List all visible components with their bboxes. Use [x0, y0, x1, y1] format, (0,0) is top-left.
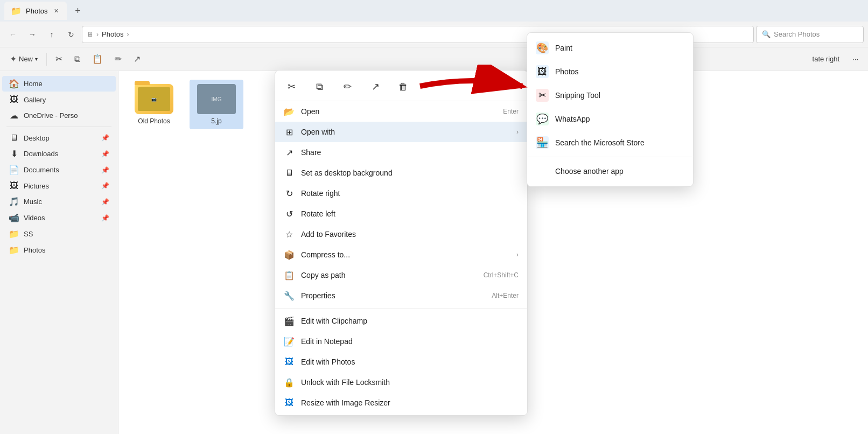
submenu-photos-label: Photos: [555, 67, 579, 76]
ctx-rotate-right-icon: ↻: [284, 188, 295, 199]
ctx-rotate-right[interactable]: ↻ Rotate right: [275, 183, 527, 204]
share-toolbar-button[interactable]: ↗: [128, 51, 146, 67]
up-button[interactable]: ↑: [43, 26, 60, 43]
ctx-separator-1: [275, 308, 527, 309]
toolbar-separator-1: [46, 53, 47, 66]
title-bar: 📁 Photos ✕ +: [0, 0, 868, 22]
ctx-copy-path[interactable]: 📋 Copy as path Ctrl+Shift+C: [275, 265, 527, 285]
ctx-edit-photos[interactable]: 🖼 Edit with Photos: [275, 352, 527, 372]
downloads-icon: ⬇: [9, 149, 19, 159]
ctx-open-shortcut: Enter: [503, 108, 519, 115]
ctx-locksmith-icon: 🔒: [284, 377, 295, 388]
sidebar-item-ss[interactable]: 📁 SS: [2, 226, 116, 242]
ctx-notepad[interactable]: 📝 Edit in Notepad: [275, 331, 527, 352]
pin-icon-documents: 📌: [101, 166, 109, 174]
ctx-rename-button[interactable]: ✏: [338, 77, 357, 96]
refresh-button[interactable]: ↻: [62, 26, 80, 43]
file-item-old-photos[interactable]: 📷 Old Photos: [127, 80, 181, 129]
submenu-paint[interactable]: 🎨 Paint: [527, 36, 693, 60]
submenu-store-label: Search the Microsoft Store: [555, 138, 645, 147]
search-box[interactable]: 🔍 Search Photos: [756, 26, 864, 43]
ctx-clipchamp[interactable]: 🎬 Edit with Clipchamp: [275, 311, 527, 331]
submenu-photos[interactable]: 🖼 Photos: [527, 60, 693, 83]
ctx-locksmith[interactable]: 🔒 Unlock with File Locksmith: [275, 372, 527, 393]
ctx-rotate-left-label: Rotate left: [301, 209, 335, 218]
sidebar-item-onedrive[interactable]: ☁ OneDrive - Perso: [2, 108, 116, 123]
more-icon: ···: [852, 55, 858, 63]
desktop-icon: 🖥: [9, 133, 19, 143]
sidebar: 🏠 Home 🖼 Gallery ☁ OneDrive - Perso 🖥 De…: [0, 71, 118, 434]
ctx-copy-path-label: Copy as path: [301, 271, 346, 279]
submenu-store[interactable]: 🏪 Search the Microsoft Store: [527, 131, 693, 155]
file-item-5jpg[interactable]: IMG 5.jp: [190, 80, 243, 129]
new-tab-button[interactable]: +: [70, 3, 85, 18]
toolbar-right: tate right ···: [807, 52, 864, 66]
back-button[interactable]: ←: [4, 26, 22, 43]
sidebar-item-home[interactable]: 🏠 Home: [2, 76, 116, 92]
paste-button[interactable]: 📋: [87, 51, 108, 67]
ctx-compress-label: Compress to...: [301, 250, 350, 259]
new-button[interactable]: ✦ New ▾: [4, 51, 43, 67]
store-icon: 🏪: [536, 136, 549, 149]
ctx-open-with[interactable]: ⊞ Open with ›: [275, 122, 527, 142]
cut-button[interactable]: ✂: [50, 51, 68, 67]
photos-app-icon: 🖼: [536, 65, 549, 78]
ctx-copy-path-shortcut: Ctrl+Shift+C: [484, 271, 519, 279]
sidebar-item-photos[interactable]: 📁 Photos: [2, 242, 116, 258]
ctx-copy-path-icon: 📋: [284, 270, 295, 281]
ctx-properties[interactable]: 🔧 Properties Alt+Enter: [275, 285, 527, 306]
ctx-properties-icon: 🔧: [284, 290, 295, 301]
sidebar-item-gallery[interactable]: 🖼 Gallery: [2, 92, 116, 107]
ctx-cut-button[interactable]: ✂: [282, 77, 301, 96]
gallery-icon: 🖼: [9, 95, 19, 104]
submenu-whatsapp[interactable]: 💬 WhatsApp: [527, 107, 693, 131]
tab-photos[interactable]: 📁 Photos ✕: [4, 2, 67, 20]
ctx-compress-icon: 📦: [284, 249, 295, 260]
ctx-open-with-label: Open with: [301, 128, 335, 136]
ctx-resizer[interactable]: 🖼 Resize with Image Resizer: [275, 393, 527, 413]
submenu-choose-app[interactable]: Choose another app: [527, 159, 693, 183]
videos-icon: 📹: [9, 213, 19, 223]
ctx-open-with-icon: ⊞: [284, 127, 295, 137]
ctx-notepad-icon: 📝: [284, 336, 295, 347]
ctx-compress[interactable]: 📦 Compress to... ›: [275, 244, 527, 265]
ctx-open[interactable]: 📂 Open Enter: [275, 101, 527, 122]
rename-button[interactable]: ✏: [109, 51, 127, 67]
sidebar-item-documents[interactable]: 📄 Documents 📌: [2, 162, 116, 178]
ctx-resizer-icon: 🖼: [284, 397, 295, 408]
ctx-properties-label: Properties: [301, 291, 335, 300]
ctx-rotate-right-label: Rotate right: [301, 189, 340, 198]
ctx-set-desktop-icon: 🖥: [284, 167, 295, 178]
tab-close-button[interactable]: ✕: [52, 6, 60, 15]
sidebar-videos-label: Videos: [24, 214, 45, 222]
ctx-copy-button[interactable]: ⧉: [310, 77, 329, 96]
pin-icon-pictures: 📌: [101, 182, 109, 190]
submenu-snipping[interactable]: ✂ Snipping Tool: [527, 83, 693, 107]
sidebar-item-desktop[interactable]: 🖥 Desktop 📌: [2, 130, 116, 145]
sidebar-home-label: Home: [24, 80, 43, 88]
ctx-delete-button[interactable]: 🗑: [394, 77, 413, 96]
sidebar-photos-label: Photos: [24, 246, 45, 254]
sidebar-item-pictures[interactable]: 🖼 Pictures 📌: [2, 178, 116, 193]
toolbar: ✦ New ▾ ✂ ⧉ 📋 ✏ ↗ tate right ···: [0, 47, 868, 71]
rotate-right-toolbar[interactable]: tate right: [807, 52, 845, 66]
copy-button[interactable]: ⧉: [69, 52, 86, 67]
ctx-share-button[interactable]: ↗: [366, 77, 385, 96]
sidebar-documents-label: Documents: [24, 166, 59, 174]
sidebar-item-downloads[interactable]: ⬇ Downloads 📌: [2, 146, 116, 162]
ctx-rotate-left[interactable]: ↺ Rotate left: [275, 204, 527, 224]
more-button[interactable]: ···: [847, 52, 864, 66]
address-sep2: ›: [127, 31, 129, 38]
documents-icon: 📄: [9, 165, 19, 175]
sidebar-item-videos[interactable]: 📹 Videos 📌: [2, 210, 116, 226]
ctx-add-favorites[interactable]: ☆ Add to Favorites: [275, 224, 527, 244]
ctx-share[interactable]: ↗ Share: [275, 142, 527, 163]
sidebar-gallery-label: Gallery: [24, 96, 46, 104]
forward-button[interactable]: →: [24, 26, 41, 43]
ctx-compress-arrow: ›: [516, 251, 519, 258]
sidebar-item-music[interactable]: 🎵 Music 📌: [2, 194, 116, 209]
submenu-snipping-label: Snipping Tool: [555, 91, 600, 100]
address-sep1: ›: [96, 31, 99, 38]
sidebar-ss-label: SS: [24, 230, 33, 238]
ctx-set-desktop[interactable]: 🖥 Set as desktop background: [275, 163, 527, 183]
